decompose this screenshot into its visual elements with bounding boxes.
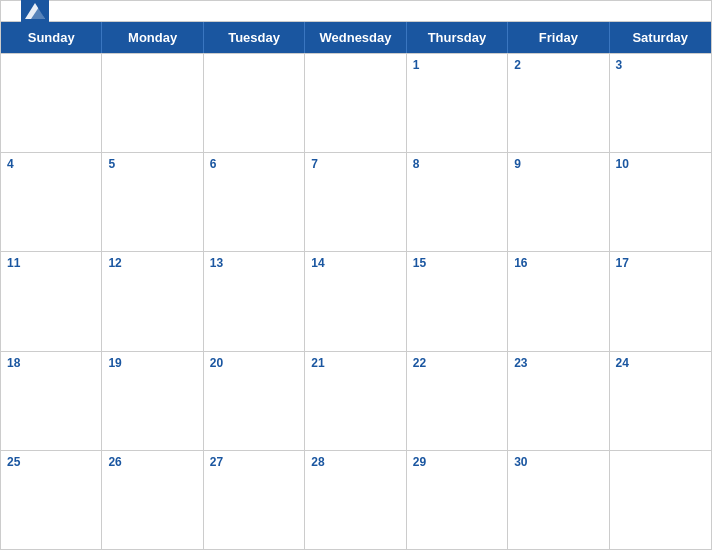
- day-number: 9: [514, 157, 602, 171]
- day-cell: 12: [102, 252, 203, 350]
- day-cell: 6: [204, 153, 305, 251]
- day-number: 8: [413, 157, 501, 171]
- day-cell: 1: [407, 54, 508, 152]
- day-cell: 26: [102, 451, 203, 549]
- day-number: 16: [514, 256, 602, 270]
- calendar-header: [1, 1, 711, 21]
- week-row-5: 252627282930: [1, 450, 711, 549]
- day-cell: 18: [1, 352, 102, 450]
- day-number: 24: [616, 356, 705, 370]
- day-number: 26: [108, 455, 196, 469]
- day-cell: 27: [204, 451, 305, 549]
- day-cell: 7: [305, 153, 406, 251]
- day-cell: [1, 54, 102, 152]
- day-cell: 16: [508, 252, 609, 350]
- week-row-4: 18192021222324: [1, 351, 711, 450]
- day-number: 25: [7, 455, 95, 469]
- day-cell: 20: [204, 352, 305, 450]
- day-number: 29: [413, 455, 501, 469]
- day-cell: 24: [610, 352, 711, 450]
- day-number: 3: [616, 58, 705, 72]
- day-cell: 11: [1, 252, 102, 350]
- week-row-1: 123: [1, 53, 711, 152]
- day-number: 30: [514, 455, 602, 469]
- day-number: 4: [7, 157, 95, 171]
- day-cell: 15: [407, 252, 508, 350]
- day-number: 14: [311, 256, 399, 270]
- day-cell: 28: [305, 451, 406, 549]
- calendar-grid: SundayMondayTuesdayWednesdayThursdayFrid…: [1, 21, 711, 549]
- day-number: 19: [108, 356, 196, 370]
- day-number: 28: [311, 455, 399, 469]
- day-number: 10: [616, 157, 705, 171]
- logo: [21, 0, 53, 25]
- day-header-monday: Monday: [102, 22, 203, 53]
- day-cell: 30: [508, 451, 609, 549]
- calendar: SundayMondayTuesdayWednesdayThursdayFrid…: [0, 0, 712, 550]
- day-cell: 2: [508, 54, 609, 152]
- day-header-tuesday: Tuesday: [204, 22, 305, 53]
- day-number: 17: [616, 256, 705, 270]
- day-number: 12: [108, 256, 196, 270]
- day-cell: 9: [508, 153, 609, 251]
- day-number: 13: [210, 256, 298, 270]
- logo-icon: [21, 0, 49, 25]
- day-cell: [204, 54, 305, 152]
- day-number: 2: [514, 58, 602, 72]
- day-cell: 5: [102, 153, 203, 251]
- day-cell: 23: [508, 352, 609, 450]
- day-cell: 25: [1, 451, 102, 549]
- day-number: 18: [7, 356, 95, 370]
- day-cell: 10: [610, 153, 711, 251]
- day-cell: 4: [1, 153, 102, 251]
- day-cell: [610, 451, 711, 549]
- day-number: 7: [311, 157, 399, 171]
- week-row-3: 11121314151617: [1, 251, 711, 350]
- day-number: 11: [7, 256, 95, 270]
- weeks-container: 1234567891011121314151617181920212223242…: [1, 53, 711, 549]
- day-cell: 14: [305, 252, 406, 350]
- day-header-friday: Friday: [508, 22, 609, 53]
- day-cell: [102, 54, 203, 152]
- day-cell: 22: [407, 352, 508, 450]
- day-number: 6: [210, 157, 298, 171]
- day-cell: 17: [610, 252, 711, 350]
- day-cell: 21: [305, 352, 406, 450]
- day-cell: [305, 54, 406, 152]
- day-cell: 19: [102, 352, 203, 450]
- day-header-saturday: Saturday: [610, 22, 711, 53]
- day-cell: 29: [407, 451, 508, 549]
- day-header-thursday: Thursday: [407, 22, 508, 53]
- day-header-wednesday: Wednesday: [305, 22, 406, 53]
- day-header-sunday: Sunday: [1, 22, 102, 53]
- day-number: 21: [311, 356, 399, 370]
- day-number: 20: [210, 356, 298, 370]
- day-number: 5: [108, 157, 196, 171]
- day-cell: 13: [204, 252, 305, 350]
- day-number: 1: [413, 58, 501, 72]
- day-number: 15: [413, 256, 501, 270]
- day-number: 23: [514, 356, 602, 370]
- day-headers-row: SundayMondayTuesdayWednesdayThursdayFrid…: [1, 22, 711, 53]
- day-cell: 8: [407, 153, 508, 251]
- day-cell: 3: [610, 54, 711, 152]
- day-number: 22: [413, 356, 501, 370]
- day-number: 27: [210, 455, 298, 469]
- week-row-2: 45678910: [1, 152, 711, 251]
